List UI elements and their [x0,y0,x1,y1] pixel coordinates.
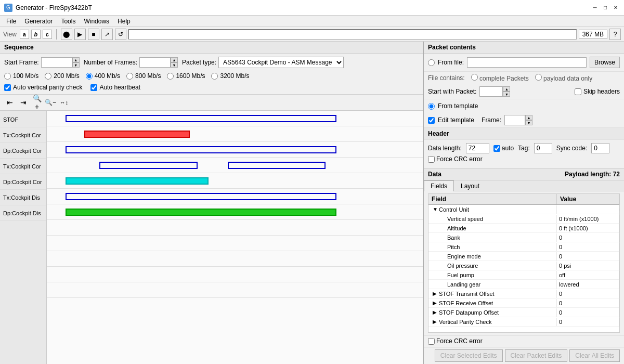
expand-icon-9[interactable]: ▶ [433,291,439,297]
toolbar-input[interactable] [128,29,577,40]
table-header: Field Value [428,194,619,205]
auto-checkbox[interactable] [493,145,500,152]
expand-icon-10[interactable]: ▶ [433,300,439,306]
letter-b-button[interactable]: b [31,30,41,39]
num-frames-down[interactable]: ▼ [171,62,178,68]
menu-help[interactable]: Help [113,17,135,26]
speed-1600[interactable]: 1600 Mb/s [167,72,205,80]
tree-row-7[interactable]: Fuel pumpoff [428,270,619,280]
start-frame-up[interactable]: ▲ [72,57,80,62]
send-button[interactable]: ↗ [101,29,113,40]
tree-row-9[interactable]: ▶STOF Transmit Offset0 [428,289,619,298]
start-packet-up[interactable]: ▲ [503,86,510,92]
from-file-radio[interactable] [428,59,435,66]
gantt-bar-4[interactable] [66,177,209,185]
speed-100[interactable]: 100 Mb/s [4,72,38,80]
gantt-row-3 [47,158,423,173]
close-button[interactable]: ✕ [612,4,620,12]
menu-windows[interactable]: Windows [80,17,113,26]
force-crc-header-label[interactable]: Force CRC error [428,155,483,163]
gantt-bar-2[interactable] [66,146,336,153]
maximize-button[interactable]: □ [601,4,609,12]
fit-button[interactable]: ↔↕ [58,97,70,108]
start-frame-down[interactable]: ▼ [72,62,80,68]
gantt-align-right-button[interactable]: ⇥ [18,97,29,108]
gantt-bar-0[interactable] [66,115,336,122]
frame-up[interactable]: ▲ [525,115,532,120]
frame-down[interactable]: ▼ [525,120,532,125]
speed-800[interactable]: 800 Mb/s [126,72,161,80]
header-row-2: Force CRC error [428,155,620,163]
tree-row-5[interactable]: Engine mode0 [428,252,619,261]
gantt-bar-5[interactable] [66,193,336,200]
clear-packet-button[interactable]: Clear Packet Edits [505,349,568,362]
tree-row-4[interactable]: Pitch0 [428,242,619,252]
letter-c-button[interactable]: c [43,30,52,39]
start-frame-input[interactable]: 122 [41,57,72,68]
minimize-button[interactable]: ─ [591,4,599,12]
speed-200[interactable]: 200 Mb/s [45,72,79,80]
menu-generator[interactable]: Generator [20,17,57,26]
packet-type-select[interactable]: AS5643 Cockpit Demo - ASM Message [218,57,344,68]
expand-icon-0[interactable]: ▼ [433,206,439,213]
expand-icon-12[interactable]: ▶ [433,319,439,325]
gantt-bar-3a[interactable] [99,162,197,169]
zoom-in-button[interactable]: 🔍+ [31,97,43,108]
refresh-button[interactable]: ↺ [115,29,126,40]
force-crc-bottom-checkbox[interactable] [428,338,435,345]
tree-row-1[interactable]: Vertical speed0 ft/min (x1000) [428,214,619,224]
title-text: Generator - FireSpy3422bT [16,4,591,11]
tag-input[interactable] [534,143,552,153]
tab-layout[interactable]: Layout [454,180,486,191]
letter-a-button[interactable]: a [20,30,29,39]
skip-headers-checkbox-label[interactable]: Skip headers [575,88,620,95]
start-frame-group: Start Frame: 122 ▲ ▼ [4,57,80,68]
tree-row-11[interactable]: ▶STOF Datapump Offset0 [428,308,619,317]
auto-vertical-parity-checkbox[interactable]: Auto vertical parity check [4,84,82,91]
skip-headers-checkbox[interactable] [575,88,581,95]
tree-row-0[interactable]: ▼Control Unit [428,205,619,214]
tree-row-3[interactable]: Bank0 [428,233,619,242]
payload-data-only-radio-label[interactable]: payload data only [535,74,592,82]
clear-selected-button[interactable]: Clear Selected Edits [435,349,503,362]
file-path-input[interactable] [467,57,587,68]
browse-button[interactable]: Browse [590,57,620,68]
menu-tools[interactable]: Tools [57,17,80,26]
tree-row-6[interactable]: Oil pressure0 psi [428,261,619,270]
gantt-bar-3b[interactable] [228,162,326,169]
gantt-bar-6[interactable] [66,209,336,216]
sync-code-input[interactable] [591,143,609,153]
force-crc-bottom-label[interactable]: Force CRC error [428,337,483,345]
tab-fields[interactable]: Fields [424,180,454,191]
tree-row-12[interactable]: ▶Vertical Parity Check0 [428,317,619,327]
complete-packets-radio-label[interactable]: complete Packets [471,74,529,82]
speed-3200[interactable]: 3200 Mb/s [211,72,249,80]
tree-row-8[interactable]: Landing gearlowered [428,280,619,289]
play-button[interactable]: ▶ [74,29,86,40]
from-template-radio[interactable] [428,103,435,110]
start-packet-down[interactable]: ▼ [503,92,510,97]
expand-icon-11[interactable]: ▶ [433,309,439,316]
info-button[interactable]: ? [609,29,621,40]
gantt-bar-1[interactable] [84,131,190,138]
gantt-align-left-button[interactable]: ⇤ [4,97,16,108]
frame-input[interactable]: 0 [504,115,525,125]
num-frames-up[interactable]: ▲ [171,57,178,62]
auto-heartbeat-checkbox[interactable]: Auto heartbeat [90,84,140,91]
speed-400[interactable]: 400 Mb/s [86,72,120,80]
clear-all-button[interactable]: Clear All Edits [569,349,620,362]
data-length-input[interactable] [466,143,489,153]
force-crc-header-checkbox[interactable] [428,156,435,163]
num-frames-input[interactable]: 302 [139,57,171,68]
start-packet-input[interactable]: 0 [479,86,503,97]
edit-template-checkbox[interactable] [428,117,435,124]
record-button[interactable]: ⬤ [61,29,72,40]
auto-checkbox-label[interactable]: auto [493,145,514,152]
payload-data-only-radio[interactable] [535,74,542,81]
zoom-out-button[interactable]: 🔍− [45,97,56,108]
tree-row-10[interactable]: ▶STOF Receive Offset0 [428,298,619,308]
tree-row-2[interactable]: Altitude0 ft (x1000) [428,224,619,233]
complete-packets-radio[interactable] [471,74,478,81]
menu-file[interactable]: File [2,17,20,26]
stop-button[interactable]: ■ [88,29,99,40]
